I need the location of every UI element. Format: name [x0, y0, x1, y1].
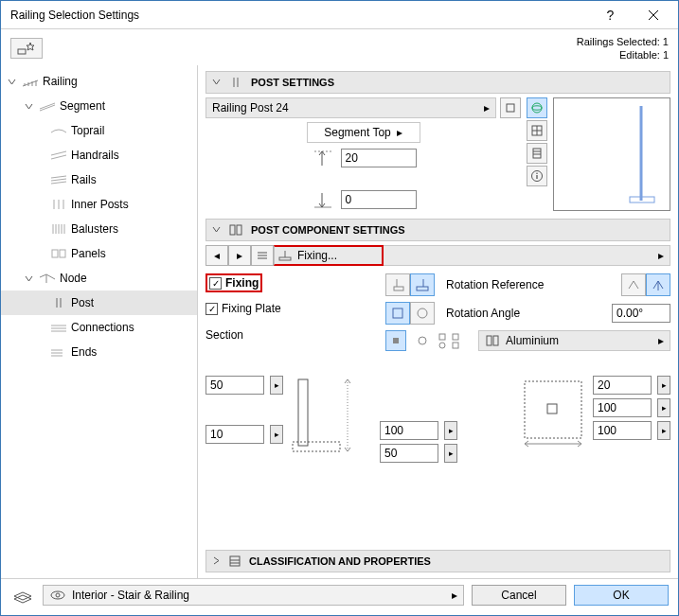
view-info-button[interactable] — [527, 166, 547, 186]
svg-line-15 — [51, 182, 66, 184]
dim-50b-stepper[interactable]: ▸ — [444, 444, 457, 463]
tree-panels[interactable]: Panels — [1, 241, 197, 266]
cancel-button[interactable]: Cancel — [472, 585, 566, 606]
section-solid-icon — [391, 336, 401, 345]
svg-rect-85 — [230, 556, 240, 566]
dim-10-input[interactable] — [205, 425, 264, 444]
sm-sq-icon — [452, 342, 459, 349]
dim-20-stepper[interactable]: ▸ — [657, 376, 670, 395]
dim-10-stepper[interactable]: ▸ — [270, 425, 283, 444]
list-icon — [257, 250, 268, 261]
rotation-ref-toggle[interactable] — [385, 273, 435, 296]
close-button[interactable] — [632, 1, 674, 29]
section-label: Section — [205, 328, 243, 342]
classification-header[interactable]: CLASSIFICATION AND PROPERTIES — [205, 550, 670, 572]
square-icon — [391, 307, 404, 320]
top-strip: Railings Selected: 1 Editable: 1 — [1, 29, 678, 65]
next-component-button[interactable]: ▸ — [228, 245, 251, 266]
segment-top-dropdown[interactable]: Segment Top ▸ — [307, 122, 420, 143]
dim-50-stepper[interactable]: ▸ — [270, 376, 283, 395]
view-section-button[interactable] — [527, 143, 547, 164]
circle-icon — [416, 307, 429, 320]
rotation-angle-input[interactable] — [612, 304, 670, 323]
balusters-icon — [49, 222, 68, 236]
dim-50-input[interactable] — [205, 376, 264, 395]
tree-node[interactable]: Node — [1, 266, 197, 290]
ok-button[interactable]: OK — [574, 585, 669, 606]
tree-inner-posts[interactable]: Inner Posts — [1, 192, 197, 217]
dim-100c-stepper[interactable]: ▸ — [657, 421, 670, 440]
info-icon — [530, 169, 544, 183]
dim-100b-input[interactable] — [593, 398, 652, 417]
component-list-button[interactable] — [251, 245, 274, 266]
profile-square-toggle[interactable] — [500, 97, 521, 118]
dim-100b-stepper[interactable]: ▸ — [657, 398, 670, 417]
titlebar: Railing Selection Settings ? — [1, 1, 678, 29]
svg-rect-2 — [18, 49, 26, 54]
post-profile-dropdown[interactable]: Railing Post 24 ▸ — [205, 97, 496, 118]
svg-line-26 — [40, 274, 46, 277]
offset-top-input[interactable] — [341, 149, 417, 167]
offset-bottom-input[interactable] — [341, 190, 417, 209]
svg-rect-69 — [393, 308, 402, 318]
view-3d-button[interactable] — [527, 97, 547, 118]
svg-point-53 — [536, 172, 538, 174]
tree-rails[interactable]: Rails — [1, 167, 197, 192]
dim-100a-stepper[interactable]: ▸ — [444, 421, 457, 440]
material-icon — [485, 334, 500, 347]
layer-icon — [10, 587, 35, 604]
component-icon — [228, 223, 243, 237]
svg-point-70 — [418, 308, 427, 318]
tree-ends[interactable]: Ends — [1, 340, 197, 364]
tree-balusters[interactable]: Balusters — [1, 217, 197, 241]
tree-connections[interactable]: Connections — [1, 315, 197, 340]
view-plan-button[interactable] — [527, 120, 547, 141]
dialog-window: Railing Selection Settings ? Railings Se… — [0, 0, 679, 616]
svg-marker-88 — [14, 592, 31, 600]
fixing-tab[interactable]: Fixing... — [297, 249, 337, 262]
fixing-checkbox[interactable]: ✓Fixing — [209, 276, 259, 290]
svg-point-74 — [439, 343, 445, 348]
plan-diagram — [519, 376, 587, 449]
offset-bottom-icon — [311, 190, 335, 211]
section-opt-1[interactable] — [385, 330, 406, 351]
fixing-plate-checkbox[interactable]: ✓Fixing Plate — [205, 302, 376, 315]
svg-point-91 — [56, 593, 60, 597]
dim-20-input[interactable] — [593, 376, 652, 395]
main-area: Railing Segment Toprail Handrails Rails — [1, 65, 678, 578]
svg-rect-24 — [52, 250, 58, 257]
component-tab-scroll[interactable]: ▸ — [384, 245, 670, 266]
close-icon — [648, 9, 659, 21]
dim-100a-input[interactable] — [380, 421, 438, 440]
globe-icon — [530, 101, 544, 114]
favorites-button[interactable] — [10, 38, 43, 59]
tree-railing[interactable]: Railing — [1, 69, 197, 94]
svg-line-11 — [51, 151, 66, 155]
rotation-axis-toggle[interactable] — [621, 273, 670, 296]
segment-icon — [38, 99, 57, 113]
svg-rect-82 — [525, 381, 581, 438]
tree-handrails[interactable]: Handrails — [1, 143, 197, 167]
tree-toprail[interactable]: Toprail — [1, 118, 197, 143]
section-opt-2[interactable] — [412, 330, 433, 351]
tree-segment[interactable]: Segment — [1, 94, 197, 118]
classification-icon — [228, 554, 241, 568]
help-button[interactable]: ? — [589, 1, 632, 29]
svg-rect-39 — [507, 104, 514, 112]
layer-dropdown[interactable]: Interior - Stair & Railing ▸ — [43, 585, 464, 606]
svg-point-44 — [532, 103, 542, 113]
prev-component-button[interactable]: ◂ — [205, 245, 228, 266]
square-icon — [506, 103, 515, 113]
dim-100c-input[interactable] — [593, 421, 652, 440]
dim-50b-input[interactable] — [380, 444, 438, 463]
arrow-right-icon: ▸ — [397, 126, 402, 139]
tree-post[interactable]: Post — [1, 290, 197, 315]
plate-shape-toggle[interactable] — [385, 302, 435, 325]
component-settings-header[interactable]: POST COMPONENT SETTINGS — [205, 219, 670, 241]
favorites-icon — [17, 42, 36, 55]
post-settings-header[interactable]: POST SETTINGS — [205, 71, 670, 94]
material-dropdown[interactable]: Aluminium ▸ — [478, 330, 670, 351]
railing-icon — [21, 75, 40, 88]
view-mode-buttons — [527, 97, 547, 211]
sm-sq-icon — [438, 333, 446, 341]
